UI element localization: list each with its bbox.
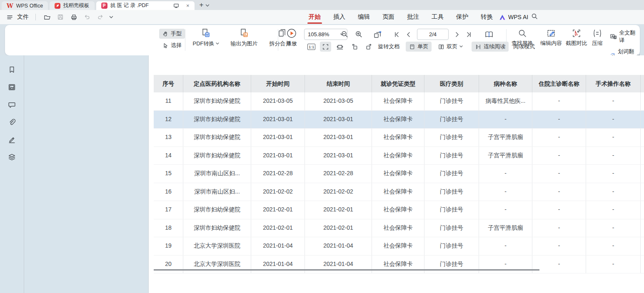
save-icon[interactable] — [56, 12, 65, 22]
table-cell: 15 — [154, 165, 183, 183]
thumbnail-icon[interactable] — [7, 82, 17, 92]
page-indicator-input[interactable]: 2/4 — [417, 29, 449, 40]
table-cell: 2021-02-28 — [305, 165, 372, 183]
export-image-icon — [239, 28, 250, 39]
close-tab-icon[interactable]: × — [186, 3, 190, 8]
menu-item[interactable]: 开始 — [302, 10, 327, 24]
search-icon[interactable] — [531, 12, 538, 20]
full-translate-button[interactable]: 全文翻译 — [610, 29, 640, 44]
rotate-doc-label[interactable]: 旋转文档 — [378, 43, 399, 50]
table-cell: 门诊挂号 — [424, 147, 479, 165]
table-row[interactable]: 15深圳市南山区妇...2021-02-282021-02-28社会保障卡门诊挂… — [154, 165, 644, 183]
table-row[interactable]: 20北京大学深圳医院2021-01-042021-01-04社会保障卡门诊挂号-… — [154, 256, 644, 274]
screenshot-compare-button[interactable]: 截图对比 — [564, 29, 589, 47]
attachment-icon[interactable] — [7, 117, 17, 127]
rotate-left-button[interactable] — [349, 42, 360, 52]
table-cell: - — [586, 183, 641, 201]
column-header: 病种名称 — [479, 75, 532, 92]
redo-icon[interactable] — [96, 12, 105, 22]
tab-document-pdf[interactable]: P 就 医 记 录 .PDF × — [96, 1, 195, 10]
fit-width-button[interactable] — [334, 42, 346, 52]
page-indicator-value: 2/4 — [429, 31, 437, 37]
play-button[interactable]: 播放 — [281, 28, 302, 47]
tab-list-chevron-icon[interactable] — [205, 4, 210, 7]
table-row[interactable]: 13深圳市妇幼保健院2021-03-012021-03-01社会保障卡门诊挂号子… — [154, 129, 644, 147]
table-cell: - — [479, 165, 532, 183]
table-cell: 社会保障卡 — [372, 165, 424, 183]
table-cell: 门诊挂号 — [424, 129, 479, 146]
table-row[interactable]: 14深圳市妇幼保健院2021-03-012021-03-01社会保障卡门诊挂号子… — [154, 147, 644, 165]
double-page-label: 双页 — [447, 43, 457, 50]
table-cell: - — [479, 237, 532, 255]
print-icon[interactable] — [69, 12, 78, 22]
rotate-pages-icon[interactable] — [373, 30, 382, 39]
menu-item[interactable]: 编辑 — [352, 10, 376, 24]
menu-item[interactable]: 工具 — [425, 10, 450, 24]
annotation-sidebar — [0, 55, 24, 293]
bookmark-icon[interactable] — [7, 65, 17, 74]
divider — [506, 29, 507, 51]
menu-item[interactable]: 转换 — [474, 10, 499, 24]
table-cell: 2021-02-01 — [305, 219, 372, 237]
pdf-convert-button[interactable]: PDF转换 — [187, 28, 224, 47]
table-cell: - — [479, 183, 532, 201]
open-file-icon[interactable] — [42, 12, 52, 22]
compress-button[interactable]: 压缩 — [587, 29, 607, 47]
signature-icon[interactable] — [7, 134, 17, 144]
first-page-icon[interactable] — [394, 32, 399, 37]
tab-docer-templates[interactable]: 找稻壳模板 — [50, 1, 95, 10]
hand-tool-button[interactable]: 手型 — [159, 29, 185, 39]
undo-icon[interactable] — [82, 12, 92, 22]
table-row[interactable]: 17深圳市妇幼保健院2021-02-012021-02-01社会保障卡门诊挂号-… — [154, 201, 644, 219]
file-menu[interactable]: 文件 — [17, 13, 29, 21]
table-row[interactable]: 18深圳市妇幼保健院2021-02-012021-02-01社会保障卡门诊挂号子… — [154, 219, 644, 238]
select-tool-button[interactable]: 选择 — [159, 40, 185, 50]
tab-wps-office[interactable]: W WPS Office — [2, 1, 48, 10]
zoom-in-icon[interactable] — [355, 30, 363, 38]
document-canvas: 序号定点医药机构名称开始时间结束时间就诊凭证类型医疗类别病种名称住院主诊断名称手… — [0, 55, 644, 293]
rotate-right-icon — [365, 43, 373, 50]
rotate-right-button[interactable] — [363, 42, 375, 52]
table-row[interactable]: 16深圳市南山区妇...2021-02-022021-02-02社会保障卡门诊挂… — [154, 183, 644, 201]
fit-width-icon — [336, 43, 344, 50]
prev-page-icon[interactable] — [406, 32, 411, 37]
new-tab-button[interactable]: + — [200, 1, 204, 9]
one-to-one-icon: 1:1 — [307, 44, 315, 50]
next-page-icon[interactable] — [455, 32, 460, 37]
comment-icon[interactable] — [7, 99, 17, 109]
wps-ai-button[interactable]: WPS AI — [499, 10, 528, 24]
fit-page-button[interactable] — [320, 42, 331, 52]
double-page-button[interactable]: 双页 — [434, 42, 466, 52]
present-to-screen-icon[interactable] — [173, 3, 179, 9]
single-page-button[interactable]: 单页 — [406, 42, 432, 52]
table-cell: 19 — [154, 237, 183, 255]
export-image-button[interactable]: 输出为图片 — [224, 28, 264, 47]
layers-icon[interactable] — [7, 152, 17, 162]
single-page-label: 单页 — [417, 43, 428, 50]
menu-item[interactable]: 保护 — [450, 10, 474, 24]
table-cell: 18 — [154, 219, 183, 237]
read-mode-icon[interactable] — [484, 30, 494, 39]
table-row[interactable]: 11深圳市妇幼保健院2021-03-052021-03-05社会保障卡门诊挂号病… — [154, 92, 644, 111]
zoom-out-icon[interactable] — [341, 30, 349, 38]
table-cell: 16 — [154, 183, 183, 201]
chevron-down-icon — [459, 45, 463, 48]
continuous-read-button[interactable]: 连续阅读 — [472, 42, 509, 52]
divider — [35, 14, 36, 20]
find-replace-button[interactable]: 查找替换 — [509, 29, 536, 47]
pdf-page[interactable]: 序号定点医药机构名称开始时间结束时间就诊凭证类型医疗类别病种名称住院主诊断名称手… — [148, 55, 644, 293]
menu-item[interactable]: 页面 — [376, 10, 401, 24]
table-cell: - — [586, 147, 641, 165]
edit-content-button[interactable]: 编辑内容 — [538, 29, 564, 47]
quickbar-chevron-icon[interactable] — [109, 16, 113, 19]
table-cell: - — [532, 147, 586, 165]
last-page-icon[interactable] — [466, 32, 472, 37]
table-row[interactable]: 19北京大学深圳医院2021-01-042021-01-04社会保障卡门诊挂号-… — [154, 237, 644, 256]
menu-item[interactable]: 插入 — [327, 10, 352, 24]
compress-label: 压缩 — [592, 40, 603, 47]
actual-size-button[interactable]: 1:1 — [306, 42, 317, 52]
table-row[interactable]: 12深圳市妇幼保健院2021-03-012021-03-01社会保障卡门诊挂号-… — [154, 111, 644, 129]
hamburger-icon[interactable] — [7, 14, 13, 20]
table-cell: - — [532, 92, 586, 110]
menu-item[interactable]: 批注 — [401, 10, 425, 24]
